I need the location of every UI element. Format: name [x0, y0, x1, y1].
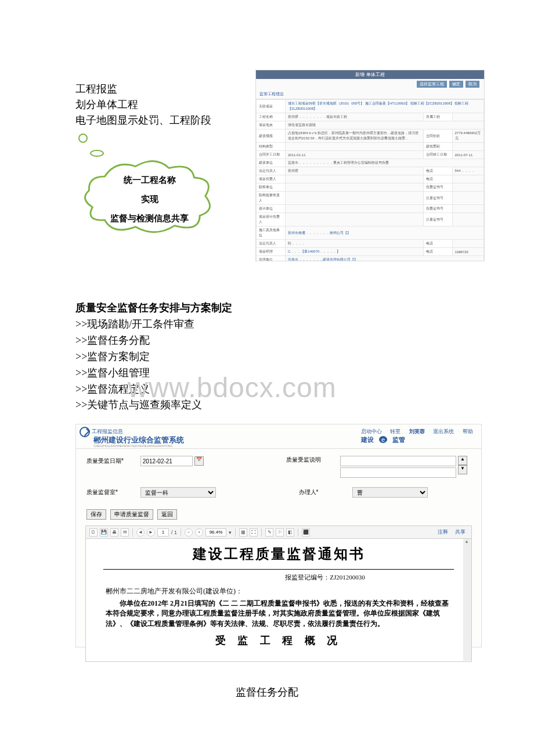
screenshot-new-single-project: 新增 单体工程 选择监管工程 确定 取消 监管工程信息 关联项目城市工程项目转权…	[255, 70, 485, 261]
registration-number: 报监登记编号：ZJ201200030	[103, 573, 454, 582]
system-pinyin: CHENZHOUJIANSHEHANGYEZONGHEJIANGUANXITON…	[93, 444, 172, 448]
zoom-input[interactable]	[205, 528, 226, 537]
list-item: >>关键节点与巡查频率定义	[75, 397, 202, 413]
section-heading: 质量安全监督任务安排与方案制定	[75, 301, 232, 315]
handler-select[interactable]: 曹	[352, 487, 428, 498]
pdf-viewer: 🗋 💾 🖶 ✉ ◄ ► / 1 − + ▾ ▦ ⛶ ✎ ⚐ ◧	[85, 525, 472, 662]
intro-line-1: 工程报监	[75, 81, 211, 97]
list-item: >>监督任务分配	[75, 333, 202, 349]
intro-lines: 工程报监 划分单体工程 电子地图显示处罚、工程阶段	[75, 81, 211, 128]
dropdown-icon[interactable]: ▾	[229, 530, 232, 535]
supervise-desc-input-2[interactable]	[340, 467, 456, 478]
section-supervise-info: 监管工程信息	[256, 89, 484, 99]
next-page-icon[interactable]: ►	[147, 528, 155, 537]
prev-page-icon[interactable]: ◄	[136, 528, 145, 537]
scrollbar[interactable]	[463, 539, 471, 661]
confirm-button[interactable]: 确定	[449, 81, 463, 88]
fullscreen-icon[interactable]: ⬛	[302, 528, 310, 537]
project-info-table: 关联项目城市工程项目转权【资市规地权（2010）005号】 施工合同备案【HT1…	[256, 99, 484, 261]
supervise-desc-label: 质量受监说明	[286, 456, 338, 464]
screenshot-supervision-system: 工程报监信息 郴州建设行业综合监管系统 CHENZHOUJIANSHEHANGY…	[75, 424, 482, 647]
bubble-line-1: 统一工程名称	[81, 170, 218, 189]
supervise-dept-label: 质量监督室*	[86, 488, 139, 496]
fit-page-icon[interactable]: ▦	[239, 528, 247, 537]
supervise-dept-select[interactable]: 监督一科	[140, 487, 216, 498]
fit-width-icon[interactable]: ⛶	[250, 528, 258, 537]
task-bullet-list: >>现场踏勘/开工条件审查 >>监督任务分配 >>监督方案制定 >>监督小组管理…	[75, 316, 202, 413]
cloud-shape: 统一工程名称 实现 监督与检测信息共享	[81, 160, 218, 235]
intro-line-2: 划分单体工程	[75, 97, 211, 113]
scroll-down-icon[interactable]: ▼	[458, 465, 467, 474]
project-overview-heading: 受 监 工 程 概 况	[103, 633, 454, 647]
return-button[interactable]: 返回	[157, 509, 177, 520]
figure-caption: 监督任务分配	[0, 685, 534, 699]
supervise-desc-input-1[interactable]	[340, 456, 456, 466]
select-project-button[interactable]: 选择监管工程	[417, 81, 447, 88]
bubble-line-3: 监督与检测信息共享	[81, 208, 218, 228]
file-icon[interactable]: 🗋	[89, 528, 98, 537]
bubble-dot-icon	[78, 134, 88, 143]
mail-icon[interactable]: ✉	[121, 528, 129, 537]
annotate-icon[interactable]: ✎	[265, 528, 273, 537]
page-current-input[interactable]	[157, 528, 169, 537]
nav-goto[interactable]: 转至	[390, 429, 400, 434]
pdf-toolbar: 🗋 💾 🖶 ✉ ◄ ► / 1 − + ▾ ▦ ⛶ ✎ ⚐ ◧	[86, 526, 471, 539]
page-total: / 1	[171, 530, 177, 535]
save-icon[interactable]: 💾	[100, 528, 108, 537]
share-link[interactable]: 共享	[455, 528, 466, 536]
addressee: 郴州市二二房地产开发有限公司(建设单位)：	[103, 586, 454, 596]
notice-title: 建设工程质量监督通知书	[103, 545, 454, 563]
list-item: >>监督方案制定	[75, 349, 202, 365]
nav-username: 刘芙蓉	[409, 429, 425, 434]
zoom-in-icon[interactable]: +	[195, 528, 203, 537]
highlight-icon[interactable]: ⚐	[276, 528, 284, 537]
bubble-dot-icon	[90, 150, 104, 157]
apply-supervise-button[interactable]: 申请质量监督	[110, 509, 153, 520]
supervise-date-label: 质量受监日期*	[86, 457, 139, 465]
cancel-button[interactable]: 取消	[466, 81, 479, 88]
list-item: >>监督小组管理	[75, 365, 202, 381]
save-button[interactable]: 保存	[86, 509, 106, 520]
handler-label: 办理人*	[299, 488, 351, 496]
calendar-icon[interactable]: 📅	[194, 456, 204, 466]
zoom-out-icon[interactable]: −	[185, 528, 193, 537]
e-logo-icon: e	[379, 436, 387, 443]
annotate-link[interactable]: 注释	[438, 528, 448, 536]
list-item: >>监督流程定义	[75, 381, 202, 398]
badge-text: 工程报监信息	[92, 429, 123, 434]
notice-paragraph: 你单位在2012年 2月21日填写的《二 二 二期工程质量监督申报书》收悉，报送…	[103, 599, 454, 629]
intro-line-3: 电子地图显示处罚、工程阶段	[75, 113, 211, 128]
list-item: >>现场踏勘/开工条件审查	[75, 316, 202, 333]
window-title: 新增 单体工程	[256, 70, 484, 79]
supervise-date-input[interactable]	[140, 456, 193, 466]
nav-help[interactable]: 帮助	[463, 429, 473, 434]
nav-start-center[interactable]: 启动中心	[361, 429, 382, 434]
check-circle-icon	[80, 427, 90, 437]
bubble-line-2: 实现	[81, 189, 218, 208]
stamp-icon[interactable]: ◧	[286, 528, 294, 537]
nav-logout[interactable]: 退出系统	[433, 429, 454, 434]
scroll-up-icon[interactable]: ▲	[458, 456, 467, 465]
print-icon[interactable]: 🖶	[110, 528, 118, 537]
